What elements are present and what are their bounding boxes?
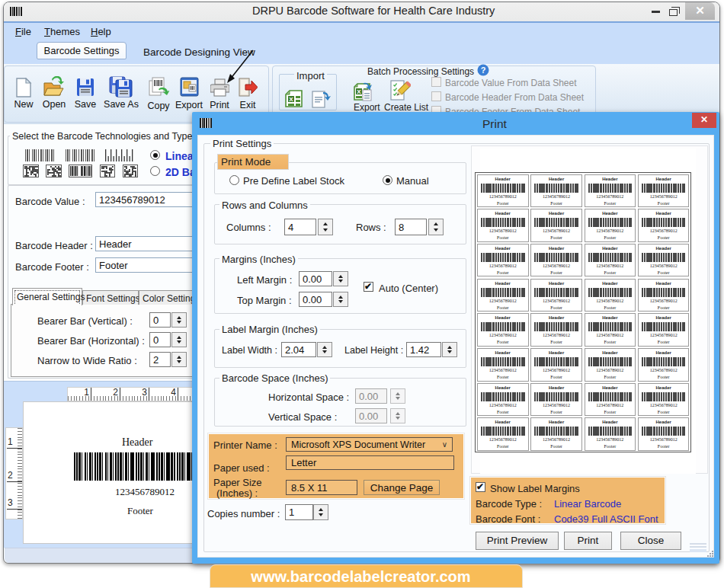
svg-text:X: X — [289, 96, 293, 103]
svg-text:?: ? — [481, 66, 486, 75]
svg-text:X: X — [357, 88, 361, 95]
